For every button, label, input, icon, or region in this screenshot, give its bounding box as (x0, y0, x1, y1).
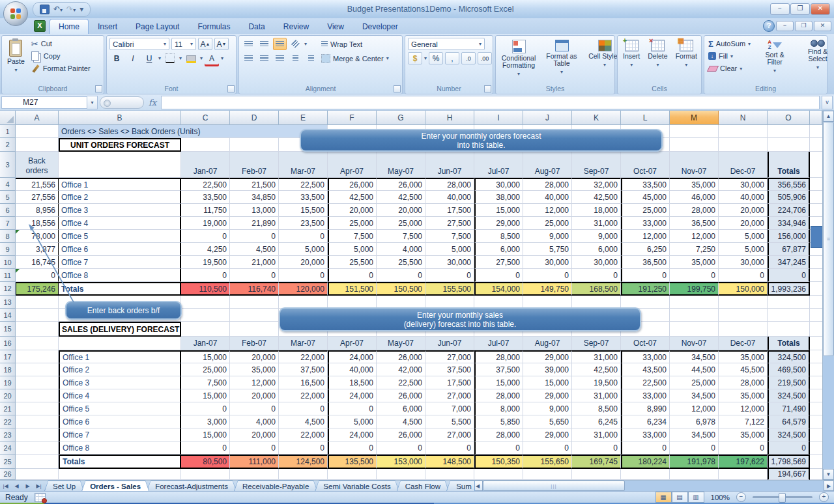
cell-O16[interactable]: Totals (768, 337, 810, 350)
cell-N14[interactable] (719, 309, 768, 322)
cell-N19[interactable]: 28,000 (719, 376, 768, 389)
cell-E25[interactable]: 124,500 (279, 455, 328, 469)
cell-I26[interactable] (474, 469, 523, 480)
cell-K18[interactable]: 42,500 (572, 363, 621, 376)
insert-function-icon[interactable]: fx (146, 98, 159, 107)
cell-B10[interactable]: Office 7 (59, 256, 181, 269)
redo-button[interactable]: ↷▾ (66, 5, 76, 14)
cell-N26[interactable] (719, 469, 768, 480)
fill-button[interactable]: ↓Fill▾ (707, 50, 752, 62)
cell-A16[interactable] (16, 337, 59, 350)
cell-D24[interactable]: 0 (230, 441, 279, 455)
orientation-button[interactable] (289, 38, 302, 50)
cell-H20[interactable]: 27,000 (425, 389, 474, 402)
cell-E19[interactable]: 16,500 (279, 376, 328, 389)
cell-O2[interactable] (768, 138, 810, 152)
cell-D8[interactable]: 0 (230, 230, 279, 243)
cell-E22[interactable]: 4,500 (279, 415, 328, 428)
font-size-select[interactable]: 11▾ (171, 38, 196, 50)
cell-A25[interactable] (16, 455, 59, 469)
cell-O10[interactable]: 347,245 (768, 256, 810, 269)
cell-H25[interactable]: 148,500 (425, 455, 474, 469)
cell-J11[interactable]: 0 (523, 269, 572, 282)
row-header-14[interactable]: 14 (0, 309, 16, 322)
cell-E26[interactable] (279, 469, 328, 480)
cell-M21[interactable]: 12,000 (670, 402, 719, 415)
cell-O20[interactable]: 324,500 (768, 389, 810, 402)
cell-C10[interactable]: 19,500 (181, 256, 230, 269)
cell-M8[interactable]: 12,000 (670, 230, 719, 243)
back-orders-callout[interactable]: Enter back orders b/f (65, 301, 182, 320)
close-button[interactable]: ✕ (811, 3, 830, 15)
cell-D7[interactable]: 21,890 (230, 217, 279, 230)
cell-B23[interactable]: Office 7 (59, 428, 181, 441)
cell-N9[interactable]: 5,000 (719, 243, 768, 256)
cell-C21[interactable]: 0 (181, 402, 230, 415)
sales-forecast-callout[interactable]: Enter your monthly sales (delivery) fore… (279, 307, 641, 331)
cell-L7[interactable]: 33,000 (621, 217, 670, 230)
cell-H3[interactable]: Jun-07 (425, 152, 474, 178)
cell-K22[interactable]: 6,245 (572, 415, 621, 428)
cell-L25[interactable]: 180,224 (621, 455, 670, 469)
macro-record-icon[interactable] (35, 493, 46, 502)
cell-D4[interactable]: 21,500 (230, 178, 279, 191)
cell-B5[interactable]: Office 2 (59, 191, 181, 204)
cell-G23[interactable]: 26,000 (377, 428, 425, 441)
cell-G12[interactable]: 150,500 (377, 282, 425, 296)
cell-F3[interactable]: Apr-07 (328, 152, 377, 178)
clipboard-dialog-launcher[interactable] (95, 85, 102, 92)
cell-G21[interactable]: 6,000 (377, 402, 425, 415)
cell-D14[interactable] (230, 309, 279, 322)
cell-I19[interactable]: 15,000 (474, 376, 523, 389)
cell-N5[interactable]: 40,000 (719, 191, 768, 204)
col-header-F[interactable]: F (328, 111, 377, 125)
cell-J3[interactable]: Aug-07 (523, 152, 572, 178)
cell-C12[interactable]: 110,500 (181, 282, 230, 296)
cell-L13[interactable] (621, 296, 670, 309)
cell-N4[interactable]: 30,000 (719, 178, 768, 191)
cell-G17[interactable]: 26,000 (377, 350, 425, 363)
row-header-21[interactable]: 21 (0, 402, 16, 415)
cell-E9[interactable]: 5,000 (279, 243, 328, 256)
row-header-17[interactable]: 17 (0, 350, 16, 363)
cell-N11[interactable]: 0 (719, 269, 768, 282)
cell-A12[interactable]: 175,246 (16, 282, 59, 296)
cell-O23[interactable]: 324,500 (768, 428, 810, 441)
cell-B9[interactable]: Office 6 (59, 243, 181, 256)
cell-M10[interactable]: 35,000 (670, 256, 719, 269)
cell-G4[interactable]: 26,000 (377, 178, 425, 191)
cell-O13[interactable] (768, 296, 810, 309)
cell-I9[interactable]: 6,000 (474, 243, 523, 256)
cell-D23[interactable]: 20,000 (230, 428, 279, 441)
cut-button[interactable]: ✂Cut (30, 38, 92, 49)
cell-K9[interactable]: 6,000 (572, 243, 621, 256)
align-left-button[interactable] (242, 52, 255, 64)
cell-B16[interactable] (59, 337, 181, 350)
merge-center-button[interactable]: Merge & Center▾ (320, 53, 390, 64)
sort-filter-button[interactable]: AZ Sort & Filter▾ (755, 38, 795, 76)
cell-B18[interactable]: Office 2 (59, 363, 181, 376)
cell-K24[interactable]: 0 (572, 441, 621, 455)
cell-I24[interactable]: 0 (474, 441, 523, 455)
cell-D19[interactable]: 12,000 (230, 376, 279, 389)
cell-G8[interactable]: 7,500 (377, 230, 425, 243)
cell-I18[interactable]: 37,500 (474, 363, 523, 376)
cell-K8[interactable]: 9,000 (572, 230, 621, 243)
cell-J16[interactable]: Aug-07 (523, 337, 572, 350)
first-sheet-icon[interactable]: |◀ (0, 481, 11, 491)
cell-M1[interactable] (670, 125, 719, 138)
cell-M3[interactable]: Nov-07 (670, 152, 719, 178)
cell-D9[interactable]: 4,500 (230, 243, 279, 256)
cell-M19[interactable]: 25,000 (670, 376, 719, 389)
cell-G5[interactable]: 42,500 (377, 191, 425, 204)
cell-A7[interactable]: 18,556 (16, 217, 59, 230)
font-family-select[interactable]: Calibri▾ (109, 38, 169, 50)
cell-M15[interactable] (670, 322, 719, 337)
cell-O24[interactable]: 0 (768, 441, 810, 455)
cell-A18[interactable] (16, 363, 59, 376)
cell-L24[interactable]: 0 (621, 441, 670, 455)
cell-J5[interactable]: 40,000 (523, 191, 572, 204)
cell-I13[interactable] (474, 296, 523, 309)
cell-I25[interactable]: 150,350 (474, 455, 523, 469)
percent-style-button[interactable]: % (429, 52, 443, 64)
